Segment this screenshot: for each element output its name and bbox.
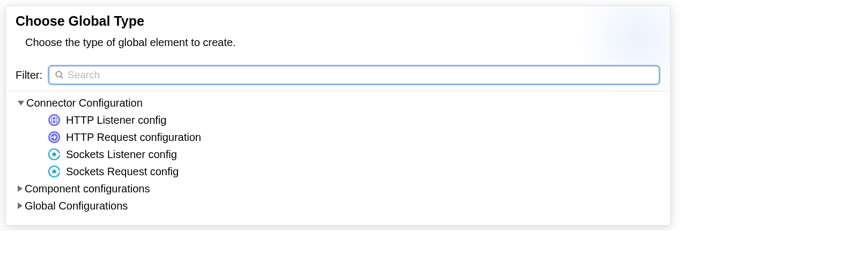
tree-item-http-request-configuration[interactable]: HTTP Request configuration: [6, 129, 670, 146]
tree-item-http-listener-config[interactable]: HTTP Listener config: [6, 111, 670, 129]
dialog-header: Choose Global Type Choose the type of gl…: [6, 6, 670, 65]
tree-item-sockets-listener-config[interactable]: Sockets Listener config: [6, 146, 670, 163]
tree-item-label: Sockets Listener config: [66, 148, 177, 161]
http-icon: [48, 114, 61, 126]
svg-point-0: [56, 71, 62, 77]
tree-item-label: Sockets Request config: [66, 166, 179, 178]
tree-group-component-configurations[interactable]: Component configurations: [6, 180, 670, 197]
filter-label: Filter:: [16, 69, 42, 81]
type-tree: Connector Configuration HTTP Listener co…: [6, 91, 670, 214]
svg-rect-13: [58, 171, 61, 173]
svg-line-1: [61, 76, 63, 78]
socket-icon: [48, 165, 61, 178]
search-icon: [55, 70, 64, 80]
svg-rect-10: [58, 154, 61, 155]
svg-point-9: [53, 153, 56, 156]
search-input[interactable]: [68, 69, 653, 81]
chevron-right-icon: [18, 185, 23, 192]
chevron-down-icon: [18, 101, 24, 106]
tree-group-connector-configuration[interactable]: Connector Configuration: [6, 94, 670, 111]
tree-group-global-configurations[interactable]: Global Configurations: [6, 197, 670, 214]
tree-group-label: Global Configurations: [25, 200, 128, 212]
svg-point-12: [53, 170, 56, 174]
tree-item-sockets-request-config[interactable]: Sockets Request config: [6, 163, 670, 180]
chevron-right-icon: [18, 203, 23, 209]
tree-group-label: Connector Configuration: [26, 97, 143, 109]
http-request-icon: [48, 131, 61, 144]
socket-icon: [48, 148, 61, 161]
dialog-subtitle: Choose the type of global element to cre…: [25, 36, 660, 49]
tree-item-label: HTTP Request configuration: [66, 131, 201, 144]
tree-item-label: HTTP Listener config: [66, 114, 167, 126]
filter-row: Filter:: [6, 65, 670, 91]
dialog-title: Choose Global Type: [16, 13, 660, 29]
search-field-wrap[interactable]: [48, 65, 660, 85]
tree-group-label: Component configurations: [25, 183, 150, 195]
choose-global-type-dialog: Choose Global Type Choose the type of gl…: [5, 5, 671, 226]
